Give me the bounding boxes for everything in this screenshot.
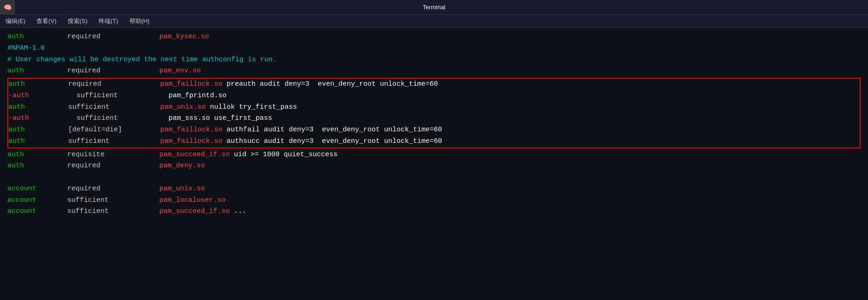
line-empty — [7, 172, 861, 183]
terminal-window: 🧠 Terminal 编辑(E) 查看(V) 搜索(S) 终端(T) 帮助(H)… — [0, 0, 868, 300]
hl-line-6: authsufficientpam_faillock.so authsucc a… — [8, 136, 860, 147]
line-pam-version: #%PAM-1.0 — [7, 43, 861, 54]
menu-terminal[interactable]: 终端(T) — [93, 15, 124, 27]
line-account-unix: accountrequiredpam_unix.so — [7, 183, 861, 195]
menu-search[interactable]: 搜索(S) — [62, 15, 93, 27]
menu-view[interactable]: 查看(V) — [31, 15, 62, 27]
app-icon: 🧠 — [0, 0, 15, 15]
hl-line-3: authsufficientpam_unix.so nullok try_fir… — [8, 102, 860, 113]
line-auth-succeed: authrequisitepam_succeed_if.so uid >= 10… — [7, 149, 861, 161]
hl-line-1: authrequiredpam_faillock.so preauth audi… — [8, 79, 860, 90]
titlebar: 🧠 Terminal — [0, 0, 868, 15]
line-auth-deny: authrequiredpam_deny.so — [7, 160, 861, 172]
line-comment: # User changes will be destroyed the nex… — [7, 54, 861, 66]
line-account-localuser: accountsufficientpam_localuser.so — [7, 195, 861, 206]
window-title: Terminal — [423, 4, 445, 11]
line-auth-env: authrequiredpam_env.so — [7, 65, 861, 77]
line-auth-kysec: authrequiredpam_kysec.so — [7, 31, 861, 43]
menubar: 编辑(E) 查看(V) 搜索(S) 终端(T) 帮助(H) — [0, 15, 868, 28]
highlighted-block: authrequiredpam_faillock.so preauth audi… — [7, 78, 861, 148]
terminal-content[interactable]: authrequiredpam_kysec.so #%PAM-1.0 # Use… — [0, 28, 868, 300]
menu-help[interactable]: 帮助(H) — [124, 15, 155, 27]
hl-line-4: -auth sufficient pam_sss.so use_first_pa… — [8, 113, 860, 124]
hl-line-2: -auth sufficient pam_fprintd.so — [8, 90, 860, 102]
hl-line-5: auth[default=die]pam_faillock.so authfai… — [8, 124, 860, 136]
line-account-succeed: accountsufficientpam_succeed_if.so ... — [7, 206, 861, 218]
menu-edit[interactable]: 编辑(E) — [0, 15, 31, 27]
